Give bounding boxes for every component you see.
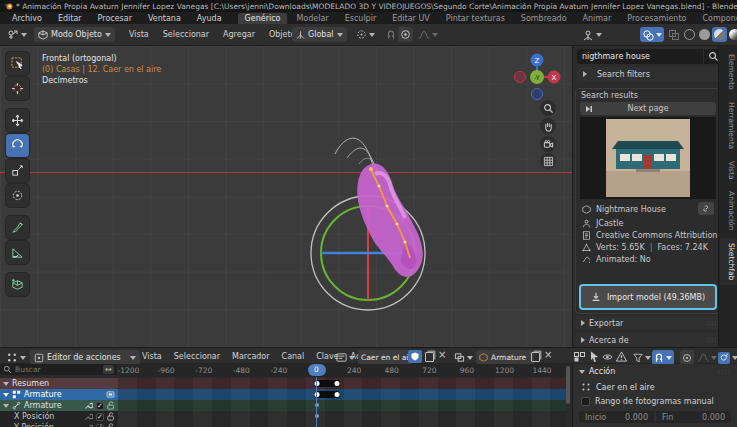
- workspace-tab[interactable]: Pintar texturas: [439, 13, 512, 24]
- editor-mode-dropdown[interactable]: Editor de acciones: [30, 350, 140, 365]
- search-filters-header[interactable]: Search filters: [577, 67, 731, 81]
- viewport-menu-item[interactable]: Vista: [122, 30, 156, 39]
- workspace-tab[interactable]: Procesamiento: [620, 13, 693, 24]
- wrench-icon[interactable]: [84, 401, 93, 410]
- channel-search-box[interactable]: ↔: [0, 364, 117, 375]
- wrench-icon[interactable]: [84, 423, 93, 427]
- mute-icon[interactable]: [106, 390, 115, 399]
- channel-row-x-location[interactable]: X Posición ✓: [0, 411, 566, 422]
- range-start-field[interactable]: Inicio 0.000: [579, 411, 654, 423]
- about-section-header[interactable]: Acerca de ::::: [575, 333, 727, 347]
- transform-orientation-dropdown[interactable]: Global: [292, 27, 347, 42]
- open-link-button[interactable]: [698, 202, 714, 215]
- snap-toggle[interactable]: [384, 27, 398, 42]
- unlock-icon[interactable]: [107, 412, 115, 421]
- channel-enable-checkbox[interactable]: ✓: [96, 402, 104, 410]
- expand-icon[interactable]: [3, 404, 9, 408]
- zoom-button[interactable]: [540, 100, 556, 116]
- playhead-line[interactable]: [316, 377, 318, 427]
- shading-solid-button[interactable]: [697, 27, 712, 42]
- unlink-action-button[interactable]: ×: [438, 349, 446, 360]
- pan-button[interactable]: [540, 118, 556, 134]
- tool-select-box[interactable]: [6, 52, 29, 75]
- keyframe-lane[interactable]: [118, 378, 566, 389]
- editor-type-dropdown[interactable]: [5, 27, 29, 42]
- dopesheet-menu-item[interactable]: Marcador: [226, 352, 275, 361]
- timeline-ruler[interactable]: -1200-960-720-480-2402404807209601200144…: [118, 364, 566, 377]
- viewport-menu-item[interactable]: Seleccionar: [156, 30, 216, 39]
- keyframe-lane[interactable]: [118, 389, 566, 400]
- xray-toggle[interactable]: [666, 27, 682, 42]
- dopesheet-menu-item[interactable]: Vista: [136, 352, 168, 361]
- sidebar-tab[interactable]: Vista: [720, 156, 737, 185]
- wrench-icon[interactable]: [84, 412, 93, 421]
- tool-measure[interactable]: [6, 241, 29, 264]
- viewport-canvas[interactable]: Frontal (ortogonal) (0) Casas | 12. Caer…: [0, 46, 572, 347]
- workspace-tab[interactable]: Animar: [576, 13, 619, 24]
- tool-move[interactable]: [6, 109, 29, 132]
- tool-add-cube[interactable]: [6, 273, 29, 296]
- navigation-axis-gizmo[interactable]: Z X -Y: [509, 49, 565, 105]
- mode-dropdown[interactable]: Modo Objeto: [34, 27, 115, 42]
- keyframe-lane[interactable]: [118, 411, 566, 422]
- shading-rendered-button[interactable]: [727, 27, 737, 42]
- camera-view-button[interactable]: [540, 136, 556, 152]
- action-name-field[interactable]: Caer en el aire: [358, 350, 412, 365]
- expand-icon[interactable]: [3, 393, 9, 397]
- channel-row-object[interactable]: Armature: [0, 389, 566, 400]
- menu-item[interactable]: Ventana: [140, 14, 189, 23]
- menu-item[interactable]: Editar: [50, 14, 90, 23]
- sidebar-tab[interactable]: Elemento: [720, 49, 737, 95]
- collapse-icon[interactable]: [579, 370, 585, 374]
- show-errors-icon[interactable]: [616, 351, 627, 362]
- expand-icon[interactable]: [3, 382, 9, 386]
- filter-dropdown[interactable]: [631, 350, 653, 365]
- auto-snap-dropdown[interactable]: [716, 350, 737, 365]
- range-end-field[interactable]: Fin 0.000: [656, 411, 731, 423]
- next-page-button[interactable]: Next page: [580, 102, 716, 115]
- filter-invert-icon[interactable]: ↔: [103, 365, 114, 374]
- unlock-icon[interactable]: [107, 401, 115, 410]
- duplicate-action-button[interactable]: [425, 352, 434, 362]
- pivot-point-dropdown[interactable]: [354, 27, 377, 42]
- channel-search-input[interactable]: [15, 365, 93, 374]
- proportional-editing-toggle[interactable]: [398, 27, 413, 42]
- manual-range-checkbox[interactable]: [581, 397, 590, 406]
- proportional-editing-toggle[interactable]: [680, 350, 694, 365]
- only-selected-icon[interactable]: [590, 351, 599, 362]
- channel-enable-checkbox[interactable]: ✓: [96, 413, 104, 421]
- show-summary-icon[interactable]: [574, 352, 586, 362]
- tool-rotate[interactable]: [6, 134, 29, 157]
- tool-scale[interactable]: [6, 159, 29, 182]
- tool-annotate[interactable]: [6, 216, 29, 239]
- falloff-dropdown[interactable]: [416, 27, 440, 42]
- workspace-tab[interactable]: Modelar: [289, 13, 335, 24]
- search-input[interactable]: [577, 49, 703, 64]
- sidebar-tab[interactable]: Sketchfab: [720, 238, 737, 285]
- character-mesh[interactable]: [305, 114, 445, 314]
- import-model-button[interactable]: Import model (49.36MB): [579, 284, 717, 310]
- dopesheet-menu-item[interactable]: Canal: [276, 352, 311, 361]
- menu-item[interactable]: Ayuda: [189, 14, 230, 23]
- unlink-object-button[interactable]: ×: [544, 349, 552, 360]
- workspace-tab[interactable]: Sombreado: [514, 13, 574, 24]
- model-thumbnail[interactable]: [606, 119, 690, 197]
- export-section-header[interactable]: Exportar ::::: [575, 316, 727, 330]
- menu-item[interactable]: Archivo: [4, 14, 50, 23]
- panel-grip[interactable]: ::::: [718, 368, 731, 376]
- overlays-dropdown[interactable]: [640, 27, 664, 42]
- shading-material-button[interactable]: [712, 27, 727, 42]
- keyframe-lane[interactable]: [118, 422, 566, 427]
- workspace-tab[interactable]: Genérico: [238, 13, 288, 24]
- show-hidden-icon[interactable]: [602, 352, 613, 362]
- channel-row-y-location[interactable]: Y Posición ✓: [0, 422, 566, 427]
- channel-row-summary[interactable]: Resumen: [0, 378, 566, 389]
- workspace-tab[interactable]: Esculpir: [338, 13, 384, 24]
- tool-cursor[interactable]: [6, 77, 29, 100]
- editor-type-dropdown[interactable]: [4, 350, 28, 365]
- action-browse-dropdown[interactable]: [334, 350, 357, 365]
- channel-row-group[interactable]: Armature ✓: [0, 400, 566, 411]
- object-datablock-field[interactable]: Armature: [476, 350, 534, 365]
- unlock-icon[interactable]: [107, 423, 115, 427]
- sidebar-tab[interactable]: Herramienta: [720, 97, 737, 154]
